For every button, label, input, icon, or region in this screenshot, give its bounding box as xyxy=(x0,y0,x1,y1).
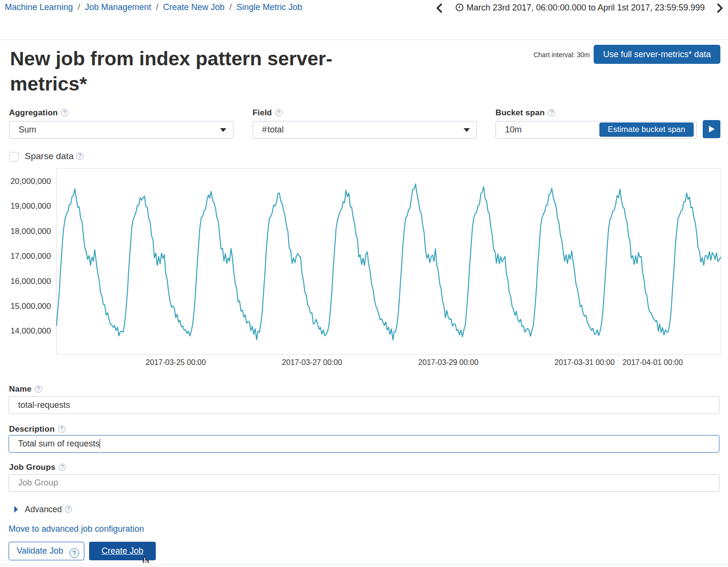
svg-text:2017-03-25 00:00: 2017-03-25 00:00 xyxy=(146,358,206,366)
svg-text:2017-03-29 00:00: 2017-03-29 00:00 xyxy=(418,358,478,366)
svg-text:2017-03-27 00:00: 2017-03-27 00:00 xyxy=(282,358,342,366)
svg-text:16,000,000: 16,000,000 xyxy=(10,277,51,286)
svg-text:2017-03-31 00:00: 2017-03-31 00:00 xyxy=(555,358,615,366)
svg-text:15,000,000: 15,000,000 xyxy=(10,302,51,311)
svg-text:18,000,000: 18,000,000 xyxy=(10,227,51,236)
svg-text:17,000,000: 17,000,000 xyxy=(10,252,51,261)
svg-text:14,000,000: 14,000,000 xyxy=(10,326,51,335)
svg-text:19,000,000: 19,000,000 xyxy=(10,202,51,211)
svg-text:2017-04-01 00:00: 2017-04-01 00:00 xyxy=(623,358,683,366)
svg-text:20,000,000: 20,000,000 xyxy=(10,177,51,186)
